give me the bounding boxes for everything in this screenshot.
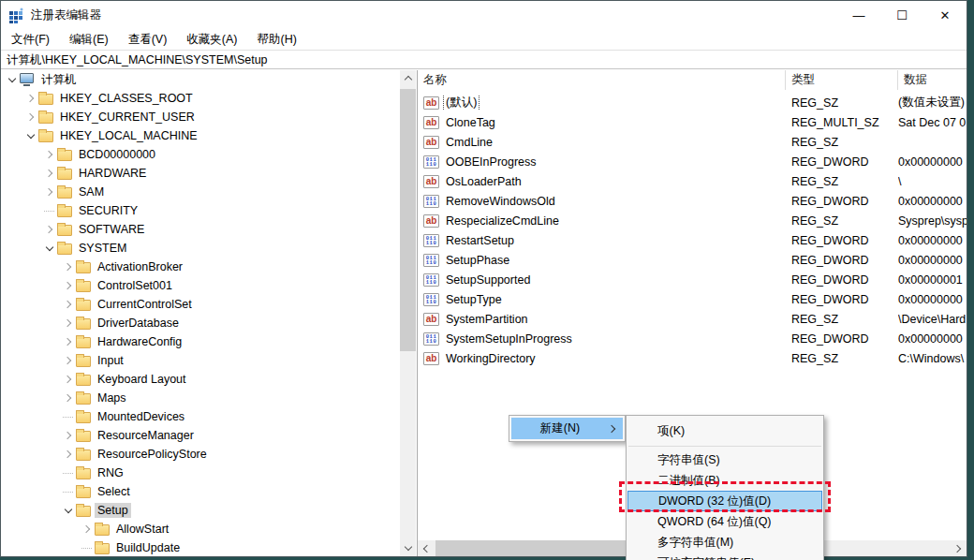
value-row-SystemPartition[interactable]: abSystemPartitionREG_SZ\Device\Hard: [418, 309, 967, 329]
value-row-RespecializeCmdLine[interactable]: abRespecializeCmdLineREG_SZSysprep\sysp: [418, 211, 967, 230]
column-header-data[interactable]: 数据: [898, 70, 967, 90]
value-row-SetupType[interactable]: 011110SetupTypeREG_DWORD0x00000000: [418, 289, 967, 309]
scroll-left-icon[interactable]: [418, 540, 434, 556]
address-bar[interactable]: 计算机\HKEY_LOCAL_MACHINE\SYSTEM\Setup: [1, 50, 967, 69]
chevron-right-icon[interactable]: [42, 227, 57, 232]
tree-item-label: BuildUpdate: [113, 540, 183, 555]
folder-icon: [76, 412, 91, 423]
chevron-right-icon[interactable]: [61, 395, 76, 401]
value-row-OOBEInProgress[interactable]: 011110OOBEInProgressREG_DWORD0x00000000: [418, 152, 967, 171]
tree-item-hardwareconfig[interactable]: HardwareConfig: [1, 332, 400, 351]
registry-app-icon: [8, 7, 24, 23]
tree-item-sam[interactable]: SAM: [1, 183, 400, 201]
context-menu: 新建(N): [509, 415, 626, 442]
menubar-item-3[interactable]: 收藏夹(A): [184, 30, 240, 50]
tree-item-buildupdate[interactable]: BuildUpdate: [1, 538, 400, 556]
column-header-name[interactable]: 名称: [418, 70, 786, 90]
computer-icon: [20, 73, 34, 83]
value-row-RestartSetup[interactable]: 011110RestartSetupREG_DWORD0x00000000: [418, 230, 967, 250]
chevron-down-icon[interactable]: [42, 247, 57, 250]
menubar-item-0[interactable]: 文件(F): [8, 30, 52, 50]
tree-item-select[interactable]: Select: [1, 482, 400, 501]
value-row-CmdLine[interactable]: abCmdLineREG_SZ: [418, 132, 967, 152]
tree-scrollbar-thumb[interactable]: [400, 89, 416, 351]
tree-item-bcd00000000[interactable]: BCD00000000: [1, 145, 400, 164]
submenu-item-dword-32-value[interactable]: DWORD (32 位)值(D): [627, 491, 822, 511]
tree-item-rng[interactable]: RNG: [1, 464, 400, 482]
chevron-right-icon[interactable]: [61, 358, 76, 363]
column-header-type[interactable]: 类型: [786, 70, 898, 90]
value-row-CloneTag[interactable]: abCloneTagREG_MULTI_SZSat Dec 07 0: [418, 112, 967, 132]
registry-tree-pane: 计算机HKEY_CLASSES_ROOTHKEY_CURRENT_USERHKE…: [1, 70, 400, 556]
chevron-right-icon[interactable]: [61, 339, 76, 345]
scroll-down-icon[interactable]: [400, 540, 416, 556]
value-name: CmdLine: [444, 136, 494, 149]
menu-item-new[interactable]: 新建(N): [511, 418, 623, 439]
dword-value-icon: 011110: [423, 155, 439, 169]
chevron-right-icon[interactable]: [61, 433, 76, 438]
tree-item-software[interactable]: SOFTWARE: [1, 220, 400, 239]
chevron-down-icon[interactable]: [61, 509, 76, 512]
value-row-RemoveWindowsOld[interactable]: 011110RemoveWindowsOldREG_DWORD0x0000000…: [418, 191, 967, 211]
tree-item-currentcontrolset[interactable]: CurrentControlSet: [1, 295, 400, 314]
tree-item-setup[interactable]: Setup: [1, 501, 400, 520]
value-row-SystemSetupInProgress[interactable]: 011110SystemSetupInProgressREG_DWORD0x00…: [418, 329, 967, 348]
tree-item-计算机[interactable]: 计算机: [1, 70, 400, 89]
chevron-right-icon[interactable]: [23, 96, 38, 101]
submenu-item-expandable-string-value[interactable]: 可扩充字符串值(E): [627, 553, 823, 560]
folder-icon: [57, 243, 72, 255]
tree-item-keyboard-layout[interactable]: Keyboard Layout: [1, 370, 400, 389]
tree-item-mounteddevices[interactable]: MountedDevices: [1, 407, 400, 426]
chevron-right-icon[interactable]: [61, 376, 76, 382]
tree-item-hkey-classes-root[interactable]: HKEY_CLASSES_ROOT: [1, 89, 400, 108]
tree-item-hkey-current-user[interactable]: HKEY_CURRENT_USER: [1, 108, 400, 126]
submenu-item-multi-string-value[interactable]: 多字符串值(M): [627, 532, 823, 553]
value-type: REG_MULTI_SZ: [786, 116, 898, 129]
value-data: 0x00000000: [898, 155, 967, 169]
chevron-right-icon[interactable]: [61, 283, 76, 288]
value-row-OsLoaderPath[interactable]: abOsLoaderPathREG_SZ\: [418, 171, 967, 191]
tree-item-hardware[interactable]: HARDWARE: [1, 164, 400, 183]
chevron-right-icon[interactable]: [61, 302, 76, 307]
submenu-item-string-value[interactable]: 字符串值(S): [627, 449, 823, 470]
chevron-right-icon[interactable]: [61, 320, 76, 326]
submenu-item-binary-value[interactable]: 二进制值(B): [627, 470, 823, 491]
chevron-right-icon[interactable]: [61, 264, 76, 270]
scroll-right-icon[interactable]: [951, 540, 967, 556]
scroll-up-icon[interactable]: [400, 70, 416, 86]
menubar-item-4[interactable]: 帮助(H): [254, 30, 299, 50]
value-row-WorkingDirectory[interactable]: abWorkingDirectoryREG_SZC:\Windows\: [418, 348, 967, 368]
value-row-SetupSupported[interactable]: 011110SetupSupportedREG_DWORD0x00000001: [418, 270, 967, 289]
chevron-right-icon[interactable]: [80, 526, 95, 532]
tree-item-allowstart[interactable]: AllowStart: [1, 520, 400, 538]
tree-item-system[interactable]: SYSTEM: [1, 239, 400, 258]
tree-item-driverdatabase[interactable]: DriverDatabase: [1, 314, 400, 332]
close-button[interactable]: ✕: [923, 1, 967, 29]
submenu-item-qword-64-value[interactable]: QWORD (64 位)值(Q): [627, 511, 823, 532]
menubar-item-1[interactable]: 编辑(E): [66, 30, 111, 50]
tree-item-hkey-local-machine[interactable]: HKEY_LOCAL_MACHINE: [1, 126, 400, 145]
chevron-down-icon[interactable]: [5, 79, 20, 81]
chevron-right-icon[interactable]: [42, 152, 57, 157]
tree-item-security[interactable]: SECURITY: [1, 201, 400, 220]
menubar-item-2[interactable]: 查看(V): [125, 30, 170, 50]
tree-item-controlset001[interactable]: ControlSet001: [1, 276, 400, 295]
value-name: SetupSupported: [444, 273, 532, 287]
tree-vertical-scrollbar[interactable]: [400, 70, 416, 556]
tree-item-maps[interactable]: Maps: [1, 389, 400, 407]
chevron-right-icon[interactable]: [42, 189, 57, 195]
value-row-SetupPhase[interactable]: 011110SetupPhaseREG_DWORD0x00000000: [418, 250, 967, 270]
tree-item-activationbroker[interactable]: ActivationBroker: [1, 258, 400, 276]
minimize-button[interactable]: —: [837, 1, 880, 29]
chevron-down-icon[interactable]: [23, 135, 38, 138]
chevron-right-icon[interactable]: [42, 170, 57, 176]
value-row--默认-[interactable]: ab(默认)REG_SZ(数值未设置): [418, 93, 967, 112]
tree-item-input[interactable]: Input: [1, 351, 400, 370]
tree-item-resourcemanager[interactable]: ResourceManager: [1, 426, 400, 445]
submenu-item-key[interactable]: 项(K): [627, 419, 823, 443]
maximize-button[interactable]: ☐: [880, 1, 923, 29]
chevron-right-icon[interactable]: [61, 451, 76, 457]
tree-item-resourcepolicystore[interactable]: ResourcePolicyStore: [1, 445, 400, 464]
chevron-right-icon[interactable]: [23, 114, 38, 120]
folder-icon: [76, 337, 91, 348]
